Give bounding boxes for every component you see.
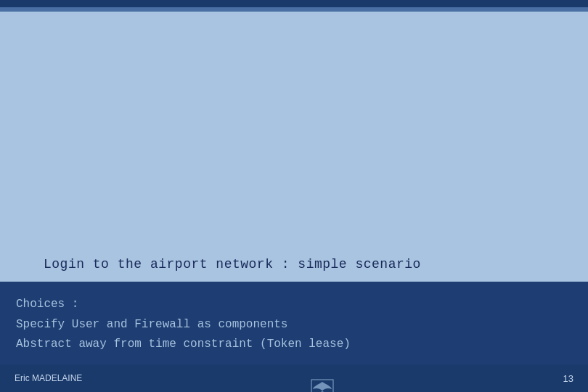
footer-logo [309, 378, 335, 392]
footer-page-number: 13 [563, 373, 573, 384]
title-bar: Login to the airport network : simple sc… [0, 250, 588, 282]
content-area: Choices : Specify User and Firewall as c… [0, 282, 588, 364]
slide: Login to the airport network : simple sc… [0, 0, 588, 392]
footer-author: Eric MADELAINE [15, 373, 82, 383]
main-area: Login to the airport network : simple sc… [0, 12, 588, 282]
choice1: Specify User and Firewall as components [16, 315, 572, 335]
slide-title: Login to the airport network : simple sc… [44, 257, 421, 271]
choices-label: Choices : [16, 295, 572, 314]
footer: Eric MADELAINE 13 [0, 364, 588, 392]
top-bar [0, 0, 588, 7]
choice2: Abstract away from time constraint (Toke… [16, 335, 572, 354]
